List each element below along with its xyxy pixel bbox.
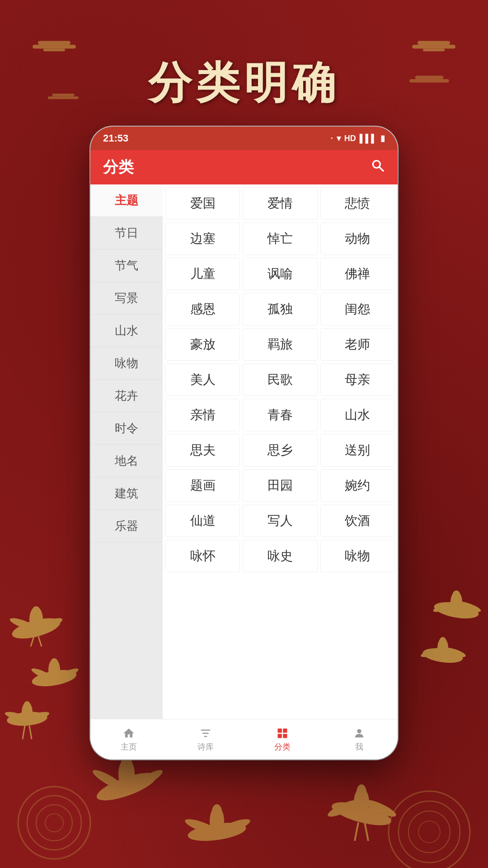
category-母亲[interactable]: 母亲 (320, 363, 395, 396)
hd-icon: HD (344, 134, 356, 143)
app-header-title: 分类 (103, 157, 134, 178)
svg-point-52 (212, 804, 222, 819)
nav-item-me[interactable]: 我 (321, 723, 398, 756)
category-佛禅[interactable]: 佛禅 (320, 258, 395, 290)
category-青春[interactable]: 青春 (243, 399, 317, 431)
grid-row-6: 亲情 青春 山水 (165, 399, 395, 431)
category-民歌[interactable]: 民歌 (243, 363, 317, 396)
grid-row-2: 儿童 讽喻 佛禅 (165, 258, 395, 290)
sidebar-item-时令[interactable]: 时令 (90, 412, 163, 445)
category-写人[interactable]: 写人 (243, 505, 317, 537)
category-婉约[interactable]: 婉约 (320, 469, 395, 502)
content-area: 主题 节日 节气 写景 山水 咏物 花卉 时令 地名 建筑 乐器 爱国 爱情 悲… (90, 184, 398, 719)
grid-row-10: 咏怀 咏史 咏物 (165, 540, 395, 572)
category-咏史[interactable]: 咏史 (243, 540, 317, 572)
category-爱国[interactable]: 爱国 (165, 187, 240, 220)
category-边塞[interactable]: 边塞 (165, 222, 240, 255)
home-icon (122, 727, 135, 740)
category-孤独[interactable]: 孤独 (243, 293, 317, 326)
phone-mockup: 21:53 ⋅ ▾ HD ▌▌▌ ▮ 分类 主题 节日 节气 写景 山水 咏物 (90, 127, 398, 760)
svg-line-15 (31, 637, 34, 646)
category-爱情[interactable]: 爱情 (243, 187, 317, 220)
svg-rect-68 (278, 734, 282, 738)
battery-icon: ▮ (380, 133, 385, 143)
sidebar-item-写景[interactable]: 写景 (90, 282, 163, 315)
svg-point-42 (45, 814, 63, 832)
sidebar-item-建筑[interactable]: 建筑 (90, 477, 163, 510)
nav-label-home: 主页 (121, 741, 137, 752)
status-icons: ⋅ ▾ HD ▌▌▌ ▮ (330, 133, 385, 143)
nav-item-fenlei[interactable]: 分类 (244, 723, 321, 756)
category-咏物[interactable]: 咏物 (320, 540, 395, 572)
nav-item-home[interactable]: 主页 (90, 723, 167, 756)
svg-rect-2 (43, 48, 65, 51)
category-儿童[interactable]: 儿童 (165, 258, 240, 290)
grid-row-9: 仙道 写人 饮酒 (165, 505, 395, 537)
app-header: 分类 (90, 150, 398, 184)
svg-point-14 (32, 606, 41, 619)
category-讽喻[interactable]: 讽喻 (243, 258, 317, 290)
category-羁旅[interactable]: 羁旅 (243, 328, 317, 361)
category-grid: 爱国 爱情 悲愤 边塞 悼亡 动物 儿童 讽喻 佛禅 感恩 孤独 闺怨 豪放 羁 (163, 184, 398, 719)
grid-row-4: 豪放 羁旅 老师 (165, 328, 395, 361)
sidebar: 主题 节日 节气 写景 山水 咏物 花卉 时令 地名 建筑 乐器 (90, 184, 163, 719)
svg-rect-66 (278, 728, 282, 732)
grid-row-1: 边塞 悼亡 动物 (165, 222, 395, 255)
svg-rect-67 (283, 728, 287, 732)
svg-point-33 (452, 590, 460, 601)
sidebar-item-乐器[interactable]: 乐器 (90, 510, 163, 542)
sidebar-item-咏物[interactable]: 咏物 (90, 347, 163, 380)
wifi-icon: ▾ (337, 133, 341, 143)
category-山水[interactable]: 山水 (320, 399, 395, 431)
category-田园[interactable]: 田园 (243, 469, 317, 502)
sidebar-item-主题[interactable]: 主题 (90, 184, 163, 217)
svg-point-55 (408, 811, 450, 853)
filter-icon (199, 727, 212, 740)
category-感恩[interactable]: 感恩 (165, 293, 240, 326)
category-动物[interactable]: 动物 (320, 222, 395, 255)
page-title: 分类明确 (0, 54, 488, 113)
sidebar-item-地名[interactable]: 地名 (90, 445, 163, 477)
category-豪放[interactable]: 豪放 (165, 328, 240, 361)
sidebar-item-山水[interactable]: 山水 (90, 315, 163, 347)
sidebar-item-花卉[interactable]: 花卉 (90, 380, 163, 412)
svg-rect-5 (423, 48, 445, 51)
sidebar-item-节日[interactable]: 节日 (90, 217, 163, 250)
category-仙道[interactable]: 仙道 (165, 505, 240, 537)
category-题画[interactable]: 题画 (165, 469, 240, 502)
category-饮酒[interactable]: 饮酒 (320, 505, 395, 537)
search-button[interactable] (371, 158, 385, 176)
svg-rect-0 (33, 45, 76, 48)
category-思乡[interactable]: 思乡 (243, 434, 317, 467)
category-送别[interactable]: 送别 (320, 434, 395, 467)
svg-rect-3 (412, 45, 455, 48)
status-time: 21:53 (103, 132, 128, 144)
category-悲愤[interactable]: 悲愤 (320, 187, 395, 220)
svg-point-53 (389, 791, 470, 868)
grid-row-0: 爱国 爱情 悲愤 (165, 187, 395, 220)
grid-row-7: 思夫 思乡 送别 (165, 434, 395, 467)
svg-rect-4 (418, 41, 450, 45)
category-咏怀[interactable]: 咏怀 (165, 540, 240, 572)
grid-row-8: 题画 田园 婉约 (165, 469, 395, 502)
category-icon (276, 727, 289, 740)
category-美人[interactable]: 美人 (165, 363, 240, 396)
bottom-nav: 主页 诗库 分类 我 (90, 719, 398, 760)
grid-row-3: 感恩 孤独 闺怨 (165, 293, 395, 326)
category-老师[interactable]: 老师 (320, 328, 395, 361)
category-思夫[interactable]: 思夫 (165, 434, 240, 467)
signal-icon: ▌▌▌ (360, 134, 377, 143)
svg-line-62 (355, 822, 358, 841)
svg-point-39 (18, 787, 90, 859)
category-闺怨[interactable]: 闺怨 (320, 293, 395, 326)
svg-point-54 (399, 801, 460, 863)
nav-item-shiku[interactable]: 诗库 (167, 723, 244, 756)
category-悼亡[interactable]: 悼亡 (243, 222, 317, 255)
nav-label-shiku: 诗库 (197, 741, 214, 752)
bluetooth-icon: ⋅ (330, 133, 333, 143)
nav-label-fenlei: 分类 (274, 741, 291, 752)
svg-line-63 (365, 822, 368, 841)
category-亲情[interactable]: 亲情 (165, 399, 240, 431)
nav-label-me: 我 (355, 741, 363, 752)
sidebar-item-节气[interactable]: 节气 (90, 250, 163, 282)
